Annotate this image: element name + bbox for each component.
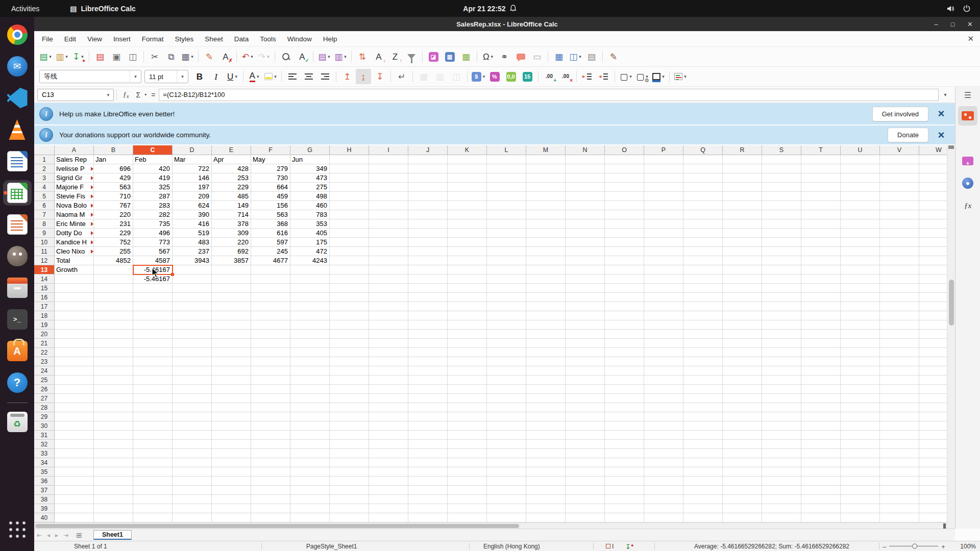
row-header-37[interactable]: 37 [34,486,55,495]
cell-H13[interactable] [330,265,369,274]
cell-T17[interactable] [801,302,841,311]
cell-I13[interactable] [369,265,408,274]
select-all-corner[interactable] [34,145,55,155]
undo-icon[interactable]: ↶▾ [240,49,255,64]
cell-W18[interactable] [919,311,947,320]
cell-R28[interactable] [723,403,762,412]
dropdown-arrow-icon[interactable]: ▾ [344,54,347,59]
cell-D4[interactable]: 197 [173,183,212,192]
cell-H37[interactable] [330,486,369,495]
cell-S15[interactable] [762,284,801,293]
cell-O13[interactable] [605,265,644,274]
cell-C20[interactable] [133,330,173,339]
cell-F37[interactable] [251,486,290,495]
cell-L10[interactable] [487,238,526,247]
cell-H39[interactable] [330,504,369,513]
cell-S31[interactable] [762,431,801,440]
cell-O21[interactable] [605,339,644,348]
row-header-27[interactable]: 27 [34,394,55,403]
cell-T34[interactable] [801,458,841,467]
cell-W24[interactable] [919,366,947,375]
row-header-19[interactable]: 19 [34,320,55,330]
cell-T33[interactable] [801,449,841,458]
cell-P6[interactable] [644,201,683,210]
cell-A33[interactable] [55,449,94,458]
cell-H6[interactable] [330,201,369,210]
cell-O29[interactable] [605,412,644,421]
dock-item-impress[interactable] [3,212,32,237]
cell-H25[interactable] [330,375,369,385]
align-left-icon[interactable] [285,69,300,84]
menu-view[interactable]: View [82,33,108,45]
cell-R32[interactable] [723,440,762,449]
row-header-40[interactable]: 40 [34,513,55,522]
cell-J33[interactable] [408,449,448,458]
cell-N21[interactable] [566,339,605,348]
sort-ascending-icon[interactable]: A↓ [371,49,386,64]
italic-icon[interactable]: I [208,69,224,84]
cell-U31[interactable] [841,431,880,440]
cell-C33[interactable] [133,449,173,458]
cell-I35[interactable] [369,467,408,477]
borders-icon[interactable]: ▢▾ [618,69,633,84]
cell-O26[interactable] [605,385,644,394]
cell-A14[interactable] [55,274,94,284]
first-sheet-icon[interactable]: ⇤ [37,532,42,539]
window-titlebar[interactable]: SalesRep.xlsx - LibreOffice Calc – ▢ ✕ [34,17,980,31]
cell-W30[interactable] [919,421,947,431]
cell-F29[interactable] [251,412,290,421]
dock-item-writer[interactable] [3,148,32,174]
cell-K2[interactable] [448,164,487,173]
cell-W35[interactable] [919,467,947,477]
cell-S40[interactable] [762,513,801,522]
cell-O11[interactable] [605,247,644,256]
cell-B30[interactable] [94,421,133,431]
cell-B1[interactable]: Jan [94,155,133,164]
cell-Q17[interactable] [683,302,723,311]
cell-W1[interactable] [919,155,947,164]
cell-U13[interactable] [841,265,880,274]
cell-P2[interactable] [644,164,683,173]
cell-B38[interactable] [94,495,133,504]
cell-F28[interactable] [251,403,290,412]
zoom-slider[interactable]: – + [883,542,945,550]
dock-item-help[interactable] [3,370,32,395]
cell-N30[interactable] [566,421,605,431]
cell-L23[interactable] [487,357,526,366]
cell-P1[interactable] [644,155,683,164]
cell-F8[interactable]: 368 [251,219,290,229]
cell-K23[interactable] [448,357,487,366]
cell-V12[interactable] [880,256,919,265]
cell-O37[interactable] [605,486,644,495]
cell-N25[interactable] [566,375,605,385]
cell-P30[interactable] [644,421,683,431]
cell-R15[interactable] [723,284,762,293]
cell-R31[interactable] [723,431,762,440]
cell-V6[interactable] [880,201,919,210]
cell-E37[interactable] [212,486,251,495]
cell-E19[interactable] [212,320,251,330]
cell-S2[interactable] [762,164,801,173]
cell-T8[interactable] [801,219,841,229]
increase-indent-icon[interactable] [580,69,595,84]
cell-R6[interactable] [723,201,762,210]
cell-V31[interactable] [880,431,919,440]
cell-T4[interactable] [801,183,841,192]
dropdown-arrow-icon[interactable]: ▾ [267,54,270,59]
cell-N32[interactable] [566,440,605,449]
cell-D14[interactable] [173,274,212,284]
cell-V7[interactable] [880,210,919,219]
cell-Q33[interactable] [683,449,723,458]
cell-M31[interactable] [526,431,566,440]
align-right-icon[interactable] [317,69,333,84]
cell-D36[interactable] [173,477,212,486]
format-percent-icon[interactable]: % [487,69,502,84]
document-modified-icon[interactable]: ↧● [625,542,633,550]
merge-and-center-cells-icon[interactable]: ▦ [416,69,431,84]
cell-P9[interactable] [644,229,683,238]
cell-D22[interactable] [173,348,212,357]
cell-U18[interactable] [841,311,880,320]
cell-A38[interactable] [55,495,94,504]
cell-W23[interactable] [919,357,947,366]
cell-L16[interactable] [487,293,526,302]
